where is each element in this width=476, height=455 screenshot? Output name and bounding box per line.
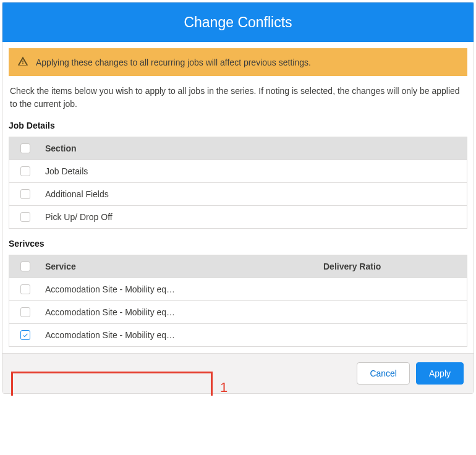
row-label: Pick Up/ Drop Off bbox=[45, 212, 113, 222]
row-checkbox[interactable] bbox=[20, 189, 30, 199]
modal-footer: Cancel Apply bbox=[2, 353, 474, 393]
modal-change-conflicts: Change Conflicts Applying these changes … bbox=[2, 2, 474, 394]
row-checkbox[interactable] bbox=[20, 166, 30, 176]
services-table: Service Delivery Ratio Accomodation Site… bbox=[9, 255, 467, 347]
row-label: Additional Fields bbox=[45, 189, 109, 199]
modal-title: Change Conflicts bbox=[184, 14, 292, 31]
services-header-row: Service Delivery Ratio bbox=[9, 255, 467, 278]
table-row: Accomodation Site - Mobility eq… bbox=[9, 278, 467, 300]
warning-alert: Applying these changes to all recurring … bbox=[9, 48, 467, 76]
table-row: Pick Up/ Drop Off bbox=[9, 205, 467, 228]
row-label: Job Details bbox=[45, 166, 88, 176]
row-checkbox[interactable] bbox=[20, 307, 30, 317]
table-row: Accomodation Site - Mobility eq… bbox=[9, 300, 467, 323]
select-all-checkbox[interactable] bbox=[20, 143, 30, 153]
row-checkbox[interactable] bbox=[20, 212, 30, 222]
column-header-ratio: Delivery Ratio bbox=[323, 262, 459, 271]
column-header-service: Service bbox=[45, 262, 308, 271]
job-details-header-row: Section bbox=[9, 137, 467, 159]
section-title-services: Serivces bbox=[9, 239, 467, 249]
select-all-checkbox[interactable] bbox=[20, 262, 30, 271]
table-row: Job Details bbox=[9, 159, 467, 182]
row-service: Accomodation Site - Mobility eq… bbox=[45, 330, 308, 340]
column-header-section: Section bbox=[45, 143, 77, 153]
row-service: Accomodation Site - Mobility eq… bbox=[45, 307, 308, 317]
warning-icon bbox=[17, 56, 28, 69]
description-text: Check the items below you wish to apply … bbox=[10, 85, 466, 111]
row-service: Accomodation Site - Mobility eq… bbox=[45, 284, 308, 294]
warning-text: Applying these changes to all recurring … bbox=[36, 57, 311, 67]
table-row: Additional Fields bbox=[9, 182, 467, 205]
job-details-table: Section Job Details Additional Fields Pi… bbox=[9, 137, 467, 229]
table-row: Accomodation Site - Mobility eq… bbox=[9, 323, 467, 346]
modal-body: Applying these changes to all recurring … bbox=[2, 42, 474, 353]
modal-header: Change Conflicts bbox=[2, 2, 474, 42]
row-checkbox[interactable] bbox=[20, 330, 30, 340]
row-checkbox[interactable] bbox=[20, 284, 30, 294]
apply-button[interactable]: Apply bbox=[416, 362, 464, 385]
section-title-job-details: Job Details bbox=[9, 121, 467, 130]
cancel-button[interactable]: Cancel bbox=[357, 362, 410, 385]
